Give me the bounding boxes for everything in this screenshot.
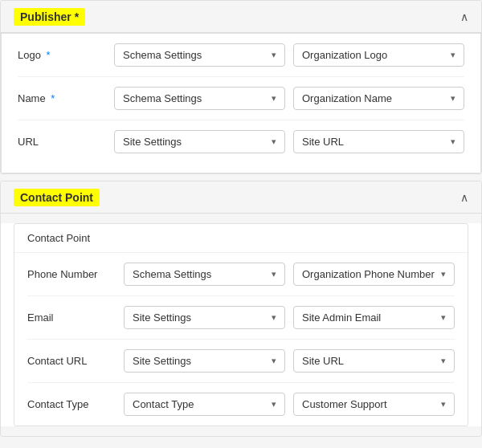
dropdown-chevron-icon: ▾ xyxy=(441,399,446,409)
dropdown-chevron-icon: ▾ xyxy=(272,269,276,279)
publisher-label-logo: Logo * xyxy=(18,49,114,61)
dropdown-text: Organization Name xyxy=(302,92,446,104)
publisher-body: Logo *Schema Settings▾Organization Logo▾… xyxy=(1,33,481,173)
field-row: Logo *Schema Settings▾Organization Logo▾ xyxy=(18,34,464,77)
dropdown-chevron-icon: ▾ xyxy=(451,93,455,104)
contact-point-header: Contact Point ∧ xyxy=(1,181,481,214)
publisher-dropdown-1-0[interactable]: Schema Settings▾ xyxy=(114,87,285,110)
publisher-label-url: URL xyxy=(18,136,114,148)
dropdown-text: Schema Settings xyxy=(123,49,267,61)
contact-dropdown-3-0[interactable]: Contact Type▾ xyxy=(124,393,285,416)
dropdowns-group: Schema Settings▾Organization Logo▾ xyxy=(114,43,464,67)
dropdown-chevron-icon: ▾ xyxy=(451,50,455,60)
contact-label-contact-type: Contact Type xyxy=(27,398,124,410)
dropdown-chevron-icon: ▾ xyxy=(272,312,276,323)
contact-point-section: Contact Point ∧ Contact Point Phone Numb… xyxy=(0,181,482,437)
publisher-dropdown-1-1[interactable]: Organization Name▾ xyxy=(293,87,464,110)
dropdowns-group: Schema Settings▾Organization Name▾ xyxy=(114,87,464,110)
contact-label-contact-url: Contact URL xyxy=(27,355,124,367)
publisher-dropdown-0-0[interactable]: Schema Settings▾ xyxy=(114,43,285,67)
contact-point-collapse-icon[interactable]: ∧ xyxy=(460,191,468,204)
contact-dropdown-3-1[interactable]: Customer Support▾ xyxy=(293,393,455,416)
contact-point-inner-box: Contact Point Phone NumberSchema Setting… xyxy=(14,223,468,426)
publisher-section: Publisher * ∧ Logo *Schema Settings▾Orga… xyxy=(0,0,482,174)
publisher-collapse-icon[interactable]: ∧ xyxy=(460,10,468,23)
dropdown-text: Organization Phone Number xyxy=(302,268,436,280)
contact-point-badge: Contact Point xyxy=(14,189,100,206)
publisher-label-name: Name * xyxy=(18,92,114,104)
dropdown-chevron-icon: ▾ xyxy=(441,312,446,323)
dropdown-chevron-icon: ▾ xyxy=(272,50,276,60)
dropdown-text: Site Admin Email xyxy=(302,312,436,324)
dropdowns-group: Site Settings▾Site URL▾ xyxy=(124,349,455,373)
contact-dropdown-1-1[interactable]: Site Admin Email▾ xyxy=(293,306,455,329)
contact-point-inner-title: Contact Point xyxy=(14,224,468,253)
contact-label-phone-number: Phone Number xyxy=(27,268,124,280)
dropdown-text: Site URL xyxy=(302,355,436,367)
field-row: Phone NumberSchema Settings▾Organization… xyxy=(27,253,455,296)
dropdown-text: Schema Settings xyxy=(133,268,267,280)
dropdown-text: Schema Settings xyxy=(123,92,267,104)
contact-inner-fields: Phone NumberSchema Settings▾Organization… xyxy=(14,253,468,426)
dropdown-text: Customer Support xyxy=(302,398,436,410)
dropdown-text: Site Settings xyxy=(123,136,267,148)
dropdowns-group: Schema Settings▾Organization Phone Numbe… xyxy=(124,263,455,286)
dropdown-chevron-icon: ▾ xyxy=(272,356,276,366)
dropdown-text: Site Settings xyxy=(133,312,267,324)
contact-dropdown-1-0[interactable]: Site Settings▾ xyxy=(124,306,285,329)
contact-label-email: Email xyxy=(27,312,124,324)
required-star: * xyxy=(48,92,55,104)
field-row: Contact URLSite Settings▾Site URL▾ xyxy=(27,340,455,383)
dropdown-chevron-icon: ▾ xyxy=(272,93,276,104)
dropdown-chevron-icon: ▾ xyxy=(451,136,455,147)
dropdowns-group: Site Settings▾Site Admin Email▾ xyxy=(124,306,455,329)
dropdown-chevron-icon: ▾ xyxy=(441,269,446,279)
dropdowns-group: Contact Type▾Customer Support▾ xyxy=(124,393,455,416)
field-row: URLSite Settings▾Site URL▾ xyxy=(18,120,464,163)
publisher-dropdown-0-1[interactable]: Organization Logo▾ xyxy=(293,43,464,67)
contact-point-body: Contact Point Phone NumberSchema Setting… xyxy=(1,223,481,426)
publisher-dropdown-2-1[interactable]: Site URL▾ xyxy=(293,130,464,153)
field-row: EmailSite Settings▾Site Admin Email▾ xyxy=(27,296,455,340)
publisher-header: Publisher * ∧ xyxy=(1,1,481,33)
dropdowns-group: Site Settings▾Site URL▾ xyxy=(114,130,464,153)
dropdown-text: Site URL xyxy=(302,136,446,148)
contact-dropdown-0-0[interactable]: Schema Settings▾ xyxy=(124,263,285,286)
dropdown-chevron-icon: ▾ xyxy=(272,136,276,147)
dropdown-text: Contact Type xyxy=(133,398,267,410)
dropdown-text: Site Settings xyxy=(133,355,267,367)
dropdown-chevron-icon: ▾ xyxy=(441,356,446,366)
contact-dropdown-2-0[interactable]: Site Settings▾ xyxy=(124,349,285,373)
contact-dropdown-2-1[interactable]: Site URL▾ xyxy=(293,349,455,373)
dropdown-text: Organization Logo xyxy=(302,49,446,61)
publisher-dropdown-2-0[interactable]: Site Settings▾ xyxy=(114,130,285,153)
field-row: Contact TypeContact Type▾Customer Suppor… xyxy=(27,383,455,426)
field-row: Name *Schema Settings▾Organization Name▾ xyxy=(18,77,464,120)
publisher-badge: Publisher * xyxy=(14,8,85,26)
contact-dropdown-0-1[interactable]: Organization Phone Number▾ xyxy=(293,263,455,286)
required-star: * xyxy=(43,49,51,61)
dropdown-chevron-icon: ▾ xyxy=(272,399,276,409)
